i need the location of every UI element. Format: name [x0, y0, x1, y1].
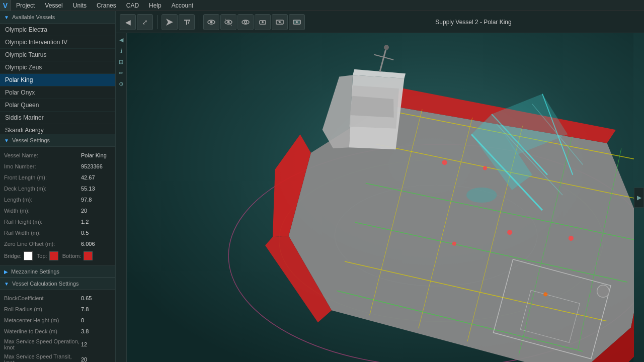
rail-width-value: 0.5: [81, 230, 111, 236]
vessel-item-6[interactable]: Polar Queen: [0, 99, 115, 112]
svg-line-15: [276, 20, 283, 24]
front-length-row: Front Length (m): 42.67: [0, 172, 115, 183]
eye4-button[interactable]: [255, 14, 271, 30]
width-value: 20: [81, 208, 111, 214]
zero-line-row: Zero Line Offset (m): 6.006: [0, 238, 115, 249]
vessel-item-4[interactable]: Polar King: [0, 74, 115, 86]
eye3-button[interactable]: [237, 14, 254, 30]
zero-line-label: Zero Line Offset (m):: [4, 241, 81, 247]
waterline-value: 3.8: [81, 328, 111, 334]
waterline-label: Waterline to Deck (m): [4, 328, 81, 334]
block-coeff-row: BlockCoefficient 0.65: [0, 293, 115, 304]
roll-radius-row: Roll Radius (m) 7.8: [0, 304, 115, 315]
vessel-item-2[interactable]: Olympic Taurus: [0, 49, 115, 61]
mezzanine-header[interactable]: ▶ Mezzanine Settings: [0, 265, 115, 278]
imo-label: Imo Number:: [4, 163, 81, 169]
menu-units[interactable]: Units: [68, 0, 92, 11]
vessel-name-label: Vessel Name:: [4, 152, 81, 158]
deck-length-row: Deck Length (m): 55.13: [0, 183, 115, 194]
view-title: Supply Vessel 2 - Polar King: [435, 19, 511, 26]
svg-marker-0: [166, 19, 173, 26]
info-icon[interactable]: ℹ: [117, 46, 126, 55]
vessel-item-0[interactable]: Olympic Electra: [0, 24, 115, 36]
toolbar-separator-2: [199, 15, 199, 29]
bridge-color-box[interactable]: [24, 251, 33, 260]
3d-view-area[interactable]: ◀ ℹ ⊞ ✏ ⚙ ▶: [116, 33, 644, 362]
menu-cranes[interactable]: Cranes: [92, 0, 121, 11]
eye5-button[interactable]: [272, 14, 288, 30]
eye6-button[interactable]: [289, 14, 305, 30]
metacenter-value: 0: [81, 317, 111, 323]
chevron-mezzanine-icon: ▶: [4, 269, 8, 275]
length-value: 97.8: [81, 197, 111, 203]
icon-strip: ◀ ℹ ⊞ ✏ ⚙: [116, 33, 127, 362]
mezzanine-label: Mezzanine Settings: [11, 268, 59, 275]
tool-icon[interactable]: ⚙: [117, 79, 126, 88]
vessel-item-5[interactable]: Polar Onyx: [0, 86, 115, 99]
available-vessels-header[interactable]: ▼ Available Vessels: [0, 11, 115, 24]
menu-help[interactable]: Help: [144, 0, 167, 11]
toolbar-nav-group: ◀ ⤢: [120, 14, 153, 30]
sidebar: ▼ Available Vessels Olympic Electra Olym…: [0, 11, 116, 362]
vessel-settings-label: Vessel Settings: [12, 137, 50, 143]
view-mode-icon[interactable]: ⊞: [117, 57, 126, 66]
deck-length-value: 55.13: [81, 186, 111, 192]
length-label: Length (m):: [4, 197, 81, 203]
arrow-button[interactable]: [162, 14, 178, 30]
right-panel-toggle[interactable]: ▶: [634, 188, 644, 208]
vessel-item-8[interactable]: Skandi Acergy: [0, 124, 115, 134]
zero-line-value: 6.006: [81, 241, 111, 247]
chevron-settings-icon: ▼: [4, 138, 9, 143]
edit-icon[interactable]: ✏: [117, 68, 126, 77]
vessel-list-container: Olympic Electra Olympic Intervention IV …: [0, 24, 115, 134]
vessel-name-row: Vessel Name: Polar King: [0, 150, 115, 161]
max-transit-speed-value: 20: [81, 356, 111, 362]
eye2-button[interactable]: [220, 14, 236, 30]
rail-height-label: Rail Height (m):: [4, 219, 81, 225]
block-coeff-value: 0.65: [81, 295, 111, 301]
width-row: Width (m): 20: [0, 205, 115, 216]
toolbar: ◀ ⤢: [116, 11, 644, 33]
top-color-box[interactable]: [49, 251, 58, 260]
back-button[interactable]: ◀: [120, 14, 136, 30]
vessel-item-7[interactable]: Siddis Mariner: [0, 112, 115, 124]
vessel-item-1[interactable]: Olympic Intervention IV: [0, 36, 115, 49]
menu-account[interactable]: Account: [167, 0, 198, 11]
menu-cad[interactable]: CAD: [121, 0, 144, 11]
svg-point-5: [210, 21, 213, 23]
bottom-label: Bottom:: [62, 253, 82, 259]
right-area: ◀ ⤢: [116, 11, 644, 362]
block-coeff-label: BlockCoefficient: [4, 295, 81, 301]
svg-point-60: [466, 188, 497, 203]
menu-bar: V Project Vessel Units Cranes CAD Help A…: [0, 0, 644, 11]
chevron-icon: ▼: [4, 15, 9, 20]
waterline-row: Waterline to Deck (m) 3.8: [0, 326, 115, 337]
calculation-section: BlockCoefficient 0.65 Roll Radius (m) 7.…: [0, 290, 115, 362]
eye1-button[interactable]: [203, 14, 219, 30]
toolbar-view-group: [203, 14, 305, 30]
menu-vessel[interactable]: Vessel: [40, 0, 67, 11]
vessel-item-3[interactable]: Olympic Zeus: [0, 61, 115, 74]
app-logo: V: [0, 0, 11, 11]
crane-button[interactable]: [179, 14, 195, 30]
rail-height-value: 1.2: [81, 219, 111, 225]
rail-height-row: Rail Height (m): 1.2: [0, 216, 115, 227]
menu-project[interactable]: Project: [11, 0, 40, 11]
collapse-icon[interactable]: ◀: [117, 35, 126, 44]
3d-canvas[interactable]: [127, 33, 634, 362]
bridge-label: Bridge:: [4, 253, 22, 259]
vessel-settings-header[interactable]: ▼ Vessel Settings: [0, 134, 115, 147]
calculation-header[interactable]: ▼ Vessel Calculation Settings: [0, 278, 115, 290]
chevron-calculation-icon: ▼: [4, 281, 9, 287]
rail-width-row: Rail Width (m): 0.5: [0, 227, 115, 238]
fit-button[interactable]: ⤢: [137, 14, 153, 30]
ship-viewport: [127, 33, 634, 362]
available-vessels-label: Available Vessels: [12, 14, 55, 20]
bottom-color-box[interactable]: [84, 251, 93, 260]
svg-point-12: [262, 21, 264, 23]
top-label: Top:: [37, 253, 47, 259]
max-transit-speed-row: Max Service Speed Transit, knot 20: [0, 352, 115, 362]
vessel-settings-section: Vessel Name: Polar King Imo Number: 9523…: [0, 147, 115, 265]
roll-radius-label: Roll Radius (m): [4, 306, 81, 312]
color-row: Bridge: Top: Bottom:: [0, 249, 115, 262]
